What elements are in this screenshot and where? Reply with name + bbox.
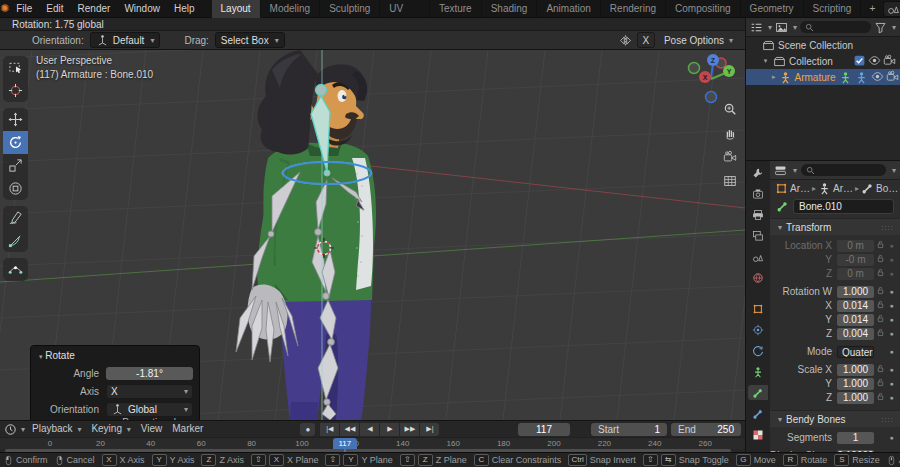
properties-tab-view-layer[interactable] <box>748 228 768 243</box>
timeline-menu-keying[interactable]: Keying ▾ <box>86 420 135 438</box>
panel-header-bendy-bones[interactable]: ▾Bendy Bones:::: <box>770 410 900 427</box>
menu-window[interactable]: Window <box>117 0 167 17</box>
character-mesh[interactable] <box>248 50 377 420</box>
outliner-search-input[interactable] <box>800 21 871 33</box>
workspace-tab-shading[interactable]: Shading <box>482 0 538 18</box>
play-button[interactable]: ▶ <box>380 423 399 436</box>
record-button[interactable]: ● <box>300 423 315 436</box>
panel-grip-icon[interactable]: :::: <box>881 223 894 232</box>
tool-rotate[interactable] <box>3 131 28 154</box>
panel-header-transform[interactable]: ▾Transform:::: <box>770 218 900 235</box>
animate-property-dot[interactable]: ● <box>887 330 896 337</box>
workspace-tab-sculpting[interactable]: Sculpting <box>320 0 380 18</box>
clock-icon[interactable] <box>4 423 17 436</box>
display-mode-icon[interactable] <box>750 21 763 34</box>
animate-property-dot[interactable]: ● <box>887 366 896 373</box>
tool-move[interactable] <box>3 108 28 131</box>
property-value-field[interactable]: 1.000 <box>837 378 874 390</box>
redo-panel-header[interactable]: ▾ Rotate <box>37 350 193 361</box>
prev-keyframe-button[interactable]: ◀◀ <box>340 423 359 436</box>
tool-cursor[interactable] <box>3 79 28 102</box>
eye-toggle[interactable] <box>871 70 884 85</box>
properties-search-input[interactable] <box>801 164 886 176</box>
workspace-tab-scripting[interactable]: Scripting <box>804 0 862 18</box>
properties-options-icon[interactable]: ▾ <box>892 166 896 175</box>
animate-property-dot[interactable]: ● <box>887 434 896 441</box>
viewport-camera-button[interactable] <box>723 150 737 166</box>
viewport-zoom-button[interactable] <box>723 102 737 118</box>
property-value-field[interactable]: 0.004 <box>837 328 874 340</box>
timeline-menu-playback[interactable]: Playback ▾ <box>27 420 86 438</box>
jump-to-end-button[interactable]: ▶| <box>420 423 439 436</box>
animate-property-dot[interactable]: ● <box>887 288 896 295</box>
properties-tab-render[interactable] <box>748 186 768 201</box>
camera-toggle[interactable] <box>886 70 899 85</box>
viewport-pan-button[interactable] <box>723 126 737 142</box>
property-value-field[interactable]: 0 m <box>837 240 874 252</box>
workspace-tab-rendering[interactable]: Rendering <box>601 0 666 18</box>
outliner-row-collection[interactable]: ▾Collection <box>746 53 900 69</box>
funnel-icon[interactable] <box>874 21 887 34</box>
camera-toggle[interactable] <box>883 54 896 69</box>
drag-dropdown[interactable]: Select Box▾ <box>215 32 285 48</box>
workspace-tab-uv-editing[interactable]: UV Editing <box>380 0 430 18</box>
lock-icon[interactable] <box>874 286 887 297</box>
properties-tab-bone-constraints[interactable] <box>748 406 768 421</box>
menu-file[interactable]: File <box>9 0 39 17</box>
animate-property-dot[interactable]: ● <box>887 270 896 277</box>
axis-dropdown[interactable]: X▾ <box>106 384 193 399</box>
property-value-field[interactable]: -0 m <box>837 254 874 266</box>
workspace-tab-layout[interactable]: Layout <box>212 0 261 18</box>
tool-annotate[interactable] <box>3 206 28 229</box>
property-value-field[interactable]: 0 m <box>837 268 874 280</box>
preview-range-clock-icon[interactable] <box>574 423 587 436</box>
animate-property-dot[interactable]: ● <box>887 316 896 323</box>
mirror-x-button[interactable]: X <box>637 32 655 48</box>
animate-property-dot[interactable]: ● <box>887 302 896 309</box>
workspace-tab-texture-paint[interactable]: Texture Paint <box>430 0 482 18</box>
mirror-icon[interactable] <box>619 34 632 47</box>
play-reverse-button[interactable]: ◀ <box>360 423 379 436</box>
properties-tab-object[interactable] <box>748 301 768 316</box>
outliner-row-armature[interactable]: ▸Armature <box>746 69 900 85</box>
breadcrumb-item[interactable]: Ar… <box>818 182 853 195</box>
properties-tab-output[interactable] <box>748 207 768 222</box>
lock-icon[interactable] <box>874 268 887 279</box>
filter-objects-icon[interactable] <box>775 21 788 34</box>
tool-scale[interactable] <box>3 154 28 177</box>
tool-transform[interactable] <box>3 177 28 200</box>
checkbox-toggle[interactable] <box>853 54 866 69</box>
start-frame-field[interactable]: Start1 <box>591 423 667 436</box>
eye-toggle[interactable] <box>868 54 881 69</box>
pose-options-dropdown[interactable]: Pose Options▾ <box>660 35 737 46</box>
properties-tab-tool[interactable] <box>748 165 768 180</box>
disclosure-icon[interactable]: ▸ <box>772 73 776 81</box>
next-keyframe-button[interactable]: ▶▶ <box>400 423 419 436</box>
properties-tab-physics[interactable] <box>748 343 768 358</box>
animate-property-dot[interactable]: ● <box>887 256 896 263</box>
disclosure-icon[interactable]: ▾ <box>761 57 770 65</box>
lock-icon[interactable] <box>874 240 887 251</box>
bone-name-field[interactable]: Bone.010 <box>793 199 894 214</box>
property-value-field[interactable]: 0.014 <box>837 300 874 312</box>
animate-property-dot[interactable]: ● <box>887 348 896 355</box>
property-value-field[interactable]: 1.000 <box>837 286 874 298</box>
property-value-field[interactable]: 1.000 <box>837 392 874 404</box>
menu-help[interactable]: Help <box>167 0 202 17</box>
workspace-tab-compositing[interactable]: Compositing <box>666 0 741 18</box>
jump-to-start-button[interactable]: |◀ <box>320 423 339 436</box>
blender-logo-icon[interactable]: ✺ <box>0 2 9 15</box>
breadcrumb-item[interactable]: Ar… <box>775 182 810 195</box>
properties-tab-texture[interactable] <box>748 427 768 442</box>
lock-icon[interactable] <box>874 314 887 325</box>
redo-orientation-dropdown[interactable]: Global▾ <box>106 402 193 417</box>
panel-grip-icon[interactable]: :::: <box>881 415 894 424</box>
animate-property-dot[interactable]: ● <box>887 242 896 249</box>
tool-measure[interactable] <box>3 229 28 252</box>
properties-tab-scene[interactable] <box>748 249 768 264</box>
workspace-tab-modeling[interactable]: Modeling <box>261 0 321 18</box>
animate-property-dot[interactable]: ● <box>887 394 896 401</box>
lock-icon[interactable] <box>874 392 887 403</box>
add-workspace-button[interactable]: + <box>861 0 883 18</box>
orientation-dropdown[interactable]: Default▾ <box>90 32 161 48</box>
